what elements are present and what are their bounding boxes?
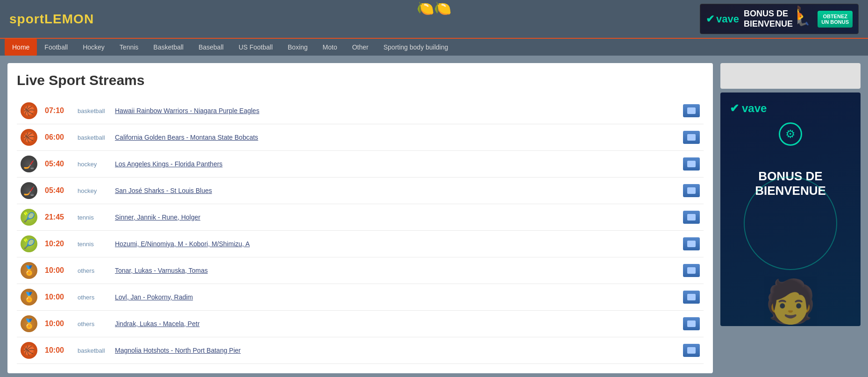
- page-title: Live Sport Streams: [17, 72, 704, 88]
- match-cell: San José Sharks - St Louis Blues: [111, 178, 679, 204]
- sport-icon-cell: 🏀: [17, 337, 41, 364]
- table-row: 🏀10:00basketballMagnolia Hotshots - Nort…: [17, 337, 704, 364]
- sport-icon: 🎾: [21, 209, 37, 226]
- match-link[interactable]: Jindrak, Lukas - Macela, Petr: [115, 320, 199, 327]
- match-time: 05:40: [41, 151, 74, 178]
- match-time: 21:45: [41, 204, 74, 231]
- sport-icon: 🏀: [21, 129, 37, 146]
- lemon-decoration: 🍋🍋: [417, 0, 451, 16]
- sidebar-search[interactable]: [720, 63, 861, 89]
- site-logo: sportLEMON: [9, 12, 94, 27]
- stream-btn-cell: [679, 284, 704, 311]
- logo-sport: sport: [9, 12, 44, 26]
- sport-label: others: [74, 257, 111, 284]
- sidebar-vave-check: ✔: [730, 102, 739, 115]
- match-link[interactable]: Magnolia Hotshots - North Port Batang Pi…: [115, 347, 241, 354]
- stream-btn[interactable]: [683, 157, 700, 171]
- nav-sporting-body-building[interactable]: Sporting body building: [376, 39, 456, 56]
- sport-label: others: [74, 311, 111, 337]
- stream-btn-cell: [679, 151, 704, 178]
- sport-icon: 🏀: [21, 342, 37, 359]
- nav-moto[interactable]: Moto: [315, 39, 345, 56]
- match-cell: Sinner, Jannik - Rune, Holger: [111, 204, 679, 231]
- sport-icon-cell: 🏅: [17, 257, 41, 284]
- nav-tennis[interactable]: Tennis: [112, 39, 146, 56]
- sport-icon-cell: 🏒: [17, 178, 41, 204]
- table-row: 🎾21:45tennisSinner, Jannik - Rune, Holge…: [17, 204, 704, 231]
- match-link[interactable]: Hozumi, E/Ninomiya, M - Kobori, M/Shimiz…: [115, 240, 250, 248]
- sport-icon: 🏀: [21, 102, 37, 119]
- ad-text-line1: BONUS DE: [744, 9, 793, 19]
- match-link[interactable]: Hawaii Rainbow Warriors - Niagara Purple…: [115, 107, 259, 114]
- main-layout: Live Sport Streams 🏀07:10basketballHawai…: [0, 56, 868, 377]
- match-link[interactable]: Los Angeles Kings - Florida Panthers: [115, 160, 222, 168]
- match-time: 06:00: [41, 124, 74, 151]
- stream-btn[interactable]: [683, 184, 700, 197]
- sport-icon: 🏒: [21, 156, 37, 172]
- stream-btn[interactable]: [683, 131, 700, 144]
- sport-icon-cell: 🏀: [17, 124, 41, 151]
- sidebar-ad[interactable]: ✔ vave ⚙ BONUS DE BIENVENUE 🧑: [720, 92, 861, 326]
- stream-btn[interactable]: [683, 344, 700, 357]
- nav-boxing[interactable]: Boxing: [280, 39, 315, 56]
- match-link[interactable]: San José Sharks - St Louis Blues: [115, 187, 212, 194]
- stream-btn-cell: [679, 257, 704, 284]
- match-link[interactable]: Tonar, Lukas - Varnuska, Tomas: [115, 267, 208, 274]
- stream-btn[interactable]: [683, 291, 700, 304]
- nav-us-football[interactable]: US Football: [231, 39, 280, 56]
- sport-icon: 🎾: [21, 235, 37, 252]
- stream-btn[interactable]: [683, 264, 700, 277]
- match-cell: Magnolia Hotshots - North Port Batang Pi…: [111, 337, 679, 364]
- stream-btn-cell: [679, 311, 704, 337]
- ad-person-image: 🏃: [797, 5, 813, 33]
- match-link[interactable]: Lovl, Jan - Pokorny, Radim: [115, 293, 193, 301]
- match-time: 10:00: [41, 311, 74, 337]
- nav-basketball[interactable]: Basketball: [146, 39, 191, 56]
- table-row: 🏅10:00othersTonar, Lukas - Varnuska, Tom…: [17, 257, 704, 284]
- match-time: 10:00: [41, 257, 74, 284]
- sport-label: hockey: [74, 178, 111, 204]
- vave-checkmark: ✔: [706, 13, 714, 25]
- ad-text-line2: BIENVENUE: [744, 19, 793, 29]
- nav-football[interactable]: Football: [37, 39, 75, 56]
- sport-icon-cell: 🏀: [17, 98, 41, 124]
- sidebar-vave-text: vave: [742, 102, 767, 115]
- nav-hockey[interactable]: Hockey: [75, 39, 112, 56]
- ad-btn-line1: OBTENEZ: [821, 14, 849, 19]
- stream-btn-cell: [679, 231, 704, 257]
- sport-icon: 🏒: [21, 182, 37, 199]
- match-time: 10:00: [41, 337, 74, 364]
- stream-btn[interactable]: [683, 104, 700, 117]
- stream-btn-cell: [679, 98, 704, 124]
- ad-logo: ✔ vave: [706, 13, 739, 25]
- stream-btn[interactable]: [683, 317, 700, 330]
- nav-other[interactable]: Other: [345, 39, 376, 56]
- match-cell: Hozumi, E/Ninomiya, M - Kobori, M/Shimiz…: [111, 231, 679, 257]
- table-row: 🏒05:40hockeySan José Sharks - St Louis B…: [17, 178, 704, 204]
- logo-lemon: LEMON: [44, 12, 94, 26]
- match-link[interactable]: California Golden Bears - Montana State …: [115, 134, 258, 141]
- ad-banner-btn[interactable]: OBTENEZ UN BONUS: [818, 11, 853, 28]
- ad-banner-text: BONUS DE BIENVENUE: [744, 9, 793, 29]
- table-row: 🏅10:00othersJindrak, Lukas - Macela, Pet…: [17, 311, 704, 337]
- table-row: 🏅10:00othersLovl, Jan - Pokorny, Radim: [17, 284, 704, 311]
- nav-home[interactable]: Home: [5, 39, 37, 56]
- stream-btn-cell: [679, 124, 704, 151]
- ad-logo-text: vave: [716, 13, 739, 25]
- sport-label: tennis: [74, 204, 111, 231]
- sidebar-ad-glow: [744, 177, 837, 270]
- ad-btn-line2: UN BONUS: [821, 19, 849, 25]
- sport-icon-cell: 🏅: [17, 311, 41, 337]
- sport-label: basketball: [74, 337, 111, 364]
- match-cell: Jindrak, Lukas - Macela, Petr: [111, 311, 679, 337]
- table-row: 🏒05:40hockeyLos Angeles Kings - Florida …: [17, 151, 704, 178]
- stream-btn[interactable]: [683, 237, 700, 250]
- content-area: Live Sport Streams 🏀07:10basketballHawai…: [7, 63, 713, 373]
- header-ad-banner[interactable]: ✔ vave BONUS DE BIENVENUE 🏃 OBTENEZ UN B…: [700, 4, 859, 34]
- sport-icon-cell: 🏅: [17, 284, 41, 311]
- match-cell: Los Angeles Kings - Florida Panthers: [111, 151, 679, 178]
- stream-btn[interactable]: [683, 211, 700, 224]
- stream-btn-cell: [679, 204, 704, 231]
- nav-baseball[interactable]: Baseball: [191, 39, 231, 56]
- match-link[interactable]: Sinner, Jannik - Rune, Holger: [115, 213, 200, 221]
